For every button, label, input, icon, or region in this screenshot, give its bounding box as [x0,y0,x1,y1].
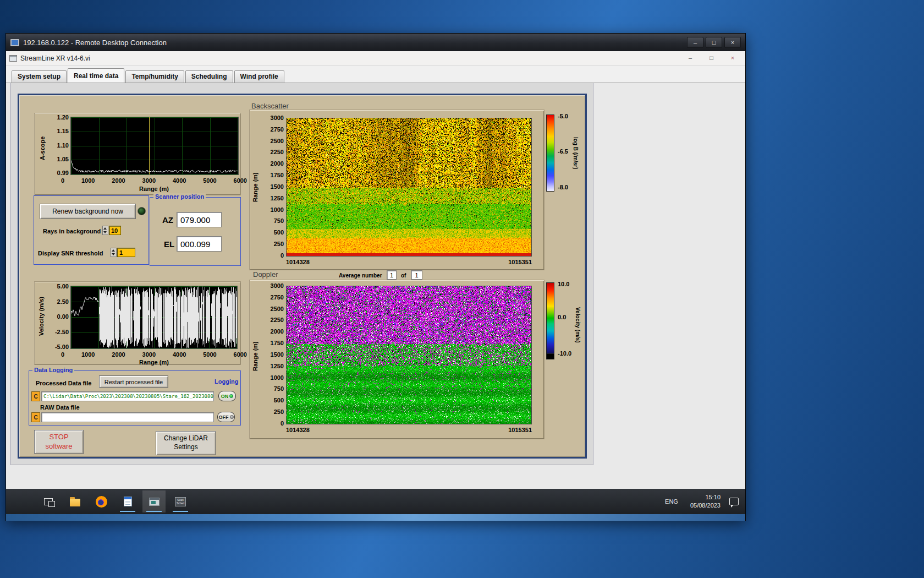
tick-label: 2000 [112,177,125,184]
tick-label: 0.00 [57,314,69,319]
tick-label: 2500 [271,306,284,312]
tab-wind-profile[interactable]: Wind profile [234,70,284,83]
tick-label: 500 [274,397,284,403]
velocity-plot [70,286,238,349]
el-input[interactable] [177,236,222,252]
tick-label: 4000 [173,177,186,184]
tick-label: 250 [274,409,284,415]
velocity-ylabel: Velocity (m/s) [38,290,45,342]
file-explorer-button[interactable] [63,490,86,512]
backscatter-colorbar: -5.0 -6.5 -8.0 [546,114,587,197]
tick-label: 2000 [112,351,125,358]
backscatter-x-start: 1014328 [286,259,310,265]
tick-label: 1250 [271,363,284,369]
tick-label: 1000 [81,351,95,358]
tick-label: 3000 [142,177,156,184]
tab-real-time-data[interactable]: Real time data [68,68,124,83]
firefox-icon [96,496,107,508]
tick-label: 750 [274,386,284,391]
ascope-graph: A-scope 1.201.151.101.050.99 01000200030… [34,113,241,195]
streamline-app-button[interactable] [142,490,166,512]
average-number-input[interactable] [387,270,397,280]
tick-label: -5.00 [55,344,69,350]
backscatter-x-end: 1015351 [508,259,532,265]
rays-input[interactable] [109,226,121,235]
doppler-colorbar-label: Velocity (m/s) [575,285,581,365]
app-close-button[interactable]: × [723,52,742,64]
backscatter-cb-top: -5.0 [558,113,568,119]
firefox-button[interactable] [90,490,113,512]
tab-scheduling[interactable]: Scheduling [185,70,233,83]
app-titlebar[interactable]: StreamLine XR v14-6.vi – □ × [6,51,745,66]
app-title: StreamLine XR v14-6.vi [20,54,678,62]
raw-drive-box[interactable]: C [31,412,40,422]
tick-label: 1750 [271,340,284,346]
remote-desktop: StreamLine XR v14-6.vi – □ × System setu… [6,51,745,521]
taskbar-clock[interactable]: 15:10 05/08/2023 [690,493,721,510]
tick-label: 0 [61,177,64,184]
ascope-ylabel: A-scope [39,123,46,173]
tick-label: 3000 [271,115,284,121]
remote-desktop-strip [6,514,745,521]
tick-label: 2250 [271,317,284,323]
tick-label: 0 [61,351,64,358]
tick-label: 1250 [271,195,284,201]
raw-logging-toggle[interactable]: OFF [217,412,235,422]
doppler-title: Doppler [253,270,278,279]
rdp-maximize-button[interactable]: □ [706,37,722,48]
tab-system-setup[interactable]: System setup [12,70,67,83]
tick-label: 1500 [271,184,284,189]
raw-toggle-led-icon [230,415,234,419]
ascope-xticks: 0100020003000400050006000 [61,177,247,184]
backscatter-colorbar-label: log B (/m/sr) [573,114,579,192]
clock-time: 15:10 [690,493,721,501]
snr-input[interactable] [117,248,135,257]
app-icon [9,55,17,62]
task-view-icon [44,498,53,505]
scanner-position-box: Scanner position AZ EL [150,197,241,266]
language-indicator[interactable]: ENG [662,496,681,507]
tick-label: 2.50 [57,299,69,304]
processed-path-field[interactable]: C:\Lidar\Data\Proc\2023\202308\20230805\… [41,391,214,401]
raw-path-field[interactable] [41,412,214,422]
restart-processed-file-button[interactable]: Restart processed file [99,375,168,388]
renew-background-button[interactable]: Renew background now [40,204,136,219]
app-restore-button[interactable]: □ [702,52,721,64]
processed-logging-toggle[interactable]: ON [218,391,236,401]
task-view-button[interactable] [37,490,60,512]
tick-label: 1.15 [57,128,69,134]
doppler-plot [286,286,532,424]
rays-spinner[interactable] [102,226,108,235]
doppler-ylabel: Range (m) [252,323,258,389]
backscatter-graph: Range (m) 300027502500225020001750150012… [249,110,544,270]
velocity-yticks: 5.002.500.00-2.50-5.00 [48,283,69,350]
doppler-colorbar-nan [546,354,554,359]
scanner-position-caption: Scanner position [153,193,206,200]
tick-label: 1.20 [57,114,69,120]
ascope-xlabel: Range (m) [70,186,238,192]
scan-scheduler-button[interactable]: Scan Sched [169,490,192,512]
tick-label: 1750 [271,172,284,178]
snr-threshold-label: Display SNR threshold [38,250,103,257]
tab-temp-humidity[interactable]: Temp/humidity [125,70,184,83]
notification-center-icon[interactable] [729,498,739,505]
snr-spinner[interactable] [111,248,117,257]
tick-label: 5.00 [57,283,69,289]
rays-in-background-label: Rays in background [43,228,101,235]
stop-software-button[interactable]: STOP software [34,430,84,454]
processed-toggle-label: ON [221,394,229,399]
average-of-label: of [401,272,406,279]
tick-label: 3000 [142,351,156,358]
change-lidar-settings-button[interactable]: Change LiDAR Settings [156,431,216,455]
rdp-minimize-button[interactable]: – [687,37,703,48]
doppler-colorbar: 10.0 0.0 -10.0 [546,282,587,365]
tick-label: 2750 [271,127,284,132]
average-count-input[interactable] [411,270,422,280]
rdp-titlebar[interactable]: 192.168.0.122 - Remote Desktop Connectio… [6,34,745,51]
app-minimize-button[interactable]: – [681,52,700,64]
tick-label: 1.10 [57,143,69,148]
document-app-button[interactable] [116,490,139,512]
processed-drive-box[interactable]: C [31,391,40,401]
rdp-close-button[interactable]: × [724,37,741,48]
az-input[interactable] [177,212,222,227]
